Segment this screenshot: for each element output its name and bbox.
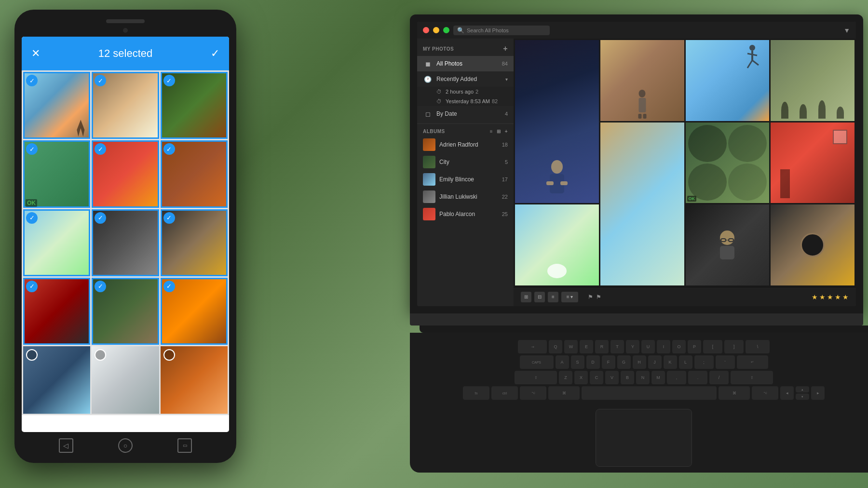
album-item-emily[interactable]: Emily Blincoe 17 bbox=[417, 171, 514, 188]
photo-cell-9[interactable] bbox=[686, 204, 770, 285]
key-arrow-d[interactable]: ▾ bbox=[796, 393, 809, 400]
key-arrow-r[interactable]: ▸ bbox=[811, 386, 825, 400]
key-b[interactable]: B bbox=[621, 371, 634, 384]
sidebar-sub-item-yesterday[interactable]: ⏱ Yesterday 8:53 AM 82 bbox=[417, 96, 514, 106]
key-z[interactable]: Z bbox=[559, 371, 572, 384]
phone-recents-nav[interactable]: ▭ bbox=[177, 438, 192, 453]
key-s[interactable]: S bbox=[571, 355, 584, 369]
key-ctrl[interactable]: ctrl bbox=[491, 386, 518, 400]
key-cmd-r[interactable]: ⌘ bbox=[719, 386, 750, 400]
key-h[interactable]: H bbox=[633, 355, 646, 369]
key-i[interactable]: I bbox=[657, 340, 670, 353]
key-o[interactable]: O bbox=[672, 340, 686, 353]
key-caps[interactable]: CAPS bbox=[520, 355, 554, 369]
sidebar-item-all-photos[interactable]: ◼ All Photos 84 bbox=[417, 56, 514, 71]
key-t[interactable]: T bbox=[610, 340, 624, 353]
key-e[interactable]: E bbox=[580, 340, 593, 353]
albums-grid-icon[interactable]: ⊞ bbox=[497, 129, 501, 134]
phone-photo-12[interactable]: ✓ bbox=[161, 278, 228, 345]
phone-photo-6[interactable]: ✓ bbox=[161, 140, 228, 207]
key-bracket-r[interactable]: ] bbox=[724, 340, 744, 353]
photo-cell-8[interactable] bbox=[515, 204, 599, 285]
key-quote[interactable]: ' bbox=[716, 355, 735, 369]
phone-photo-1[interactable]: ✓ bbox=[23, 72, 90, 139]
phone-photo-2[interactable]: ✓ bbox=[92, 72, 159, 139]
phone-checkbox-8[interactable]: ✓ bbox=[95, 212, 106, 224]
album-item-jillian[interactable]: Jillian Lukiwski 22 bbox=[417, 188, 514, 205]
key-p[interactable]: P bbox=[688, 340, 701, 353]
star-5[interactable]: ★ bbox=[842, 293, 849, 301]
key-f[interactable]: F bbox=[602, 355, 615, 369]
phone-photo-5[interactable]: ✓ bbox=[92, 140, 159, 207]
star-4[interactable]: ★ bbox=[835, 293, 841, 301]
photo-cell-1[interactable] bbox=[515, 40, 599, 203]
photo-cell-3[interactable] bbox=[686, 40, 770, 121]
albums-list-icon[interactable]: ≡ bbox=[490, 129, 493, 134]
star-2[interactable]: ★ bbox=[819, 293, 826, 301]
key-cmd-l[interactable]: ⌘ bbox=[548, 386, 580, 400]
star-3[interactable]: ★ bbox=[827, 293, 833, 301]
view-icon-large[interactable]: ⊞ bbox=[521, 292, 531, 302]
key-comma[interactable]: , bbox=[667, 371, 686, 384]
sidebar-item-recently-added[interactable]: 🕐 Recently Added ▾ bbox=[417, 71, 514, 87]
key-a[interactable]: A bbox=[556, 355, 569, 369]
traffic-light-yellow[interactable] bbox=[433, 27, 439, 33]
flag-icon[interactable]: ⚑ bbox=[588, 294, 593, 300]
key-fn[interactable]: fn bbox=[463, 386, 489, 400]
phone-confirm-icon[interactable]: ✓ bbox=[211, 47, 219, 60]
view-icon-list[interactable]: ≡ bbox=[548, 292, 558, 302]
key-option[interactable]: ⌥ bbox=[520, 386, 546, 400]
filter-icon[interactable]: ▼ bbox=[843, 27, 850, 34]
filter-icon-2[interactable]: ⚑ bbox=[596, 294, 601, 300]
photo-cell-5[interactable]: OK bbox=[686, 122, 770, 203]
recently-added-expand-arrow[interactable]: ▾ bbox=[505, 77, 508, 82]
key-n[interactable]: N bbox=[636, 371, 650, 384]
key-m[interactable]: M bbox=[651, 371, 665, 384]
key-space[interactable] bbox=[582, 386, 717, 400]
phone-checkbox-6[interactable]: ✓ bbox=[163, 143, 175, 155]
phone-photo-8[interactable]: ✓ bbox=[92, 209, 159, 276]
phone-checkbox-7[interactable]: ✓ bbox=[26, 212, 38, 224]
phone-photo-3[interactable]: ✓ bbox=[161, 72, 228, 139]
key-c[interactable]: C bbox=[590, 371, 603, 384]
view-icon-sort[interactable]: ≡ ▾ bbox=[561, 292, 578, 302]
albums-add-button[interactable]: + bbox=[505, 129, 508, 134]
phone-photo-10[interactable]: ✓ bbox=[23, 278, 90, 345]
key-bracket-l[interactable]: [ bbox=[703, 340, 722, 353]
album-item-adrien[interactable]: Adrien Radford 18 bbox=[417, 136, 514, 153]
phone-photo-9[interactable]: ✓ bbox=[161, 209, 228, 276]
key-q[interactable]: Q bbox=[549, 340, 562, 353]
traffic-light-green[interactable] bbox=[443, 27, 449, 33]
key-k[interactable]: K bbox=[664, 355, 677, 369]
key-arrow-u[interactable]: ▴ bbox=[796, 386, 809, 393]
key-return[interactable]: ↵ bbox=[737, 355, 768, 369]
phone-checkbox-12[interactable]: ✓ bbox=[163, 281, 175, 292]
photo-cell-4[interactable] bbox=[771, 40, 854, 121]
key-backslash[interactable]: \ bbox=[746, 340, 770, 353]
key-option-r[interactable]: ⌥ bbox=[752, 386, 778, 400]
phone-photo-14[interactable] bbox=[92, 346, 159, 413]
phone-checkbox-9[interactable]: ✓ bbox=[163, 212, 175, 224]
key-j[interactable]: J bbox=[648, 355, 662, 369]
sidebar-add-button[interactable]: + bbox=[503, 44, 508, 53]
key-d[interactable]: D bbox=[586, 355, 600, 369]
album-item-pablo[interactable]: Pablo Alarcon 25 bbox=[417, 205, 514, 223]
photo-cell-10[interactable] bbox=[771, 204, 854, 285]
key-x[interactable]: X bbox=[574, 371, 588, 384]
key-v[interactable]: V bbox=[605, 371, 619, 384]
album-item-city[interactable]: City 5 bbox=[417, 153, 514, 171]
photo-cell-6[interactable] bbox=[771, 122, 854, 203]
trackpad[interactable] bbox=[596, 409, 692, 467]
key-shift-r[interactable]: ⇧ bbox=[731, 371, 773, 384]
key-slash[interactable]: / bbox=[709, 371, 729, 384]
photo-cell-2[interactable] bbox=[600, 40, 684, 121]
key-w[interactable]: W bbox=[564, 340, 578, 353]
traffic-light-red[interactable] bbox=[423, 27, 429, 33]
phone-checkbox-1[interactable]: ✓ bbox=[26, 75, 38, 86]
view-icon-medium[interactable]: ⊟ bbox=[534, 292, 545, 302]
phone-photo-4[interactable]: ✓ OK bbox=[23, 140, 90, 207]
phone-close-icon[interactable]: ✕ bbox=[31, 47, 40, 60]
key-arrow-l[interactable]: ◂ bbox=[780, 386, 794, 400]
key-l[interactable]: L bbox=[679, 355, 692, 369]
phone-photo-15[interactable] bbox=[161, 346, 228, 413]
